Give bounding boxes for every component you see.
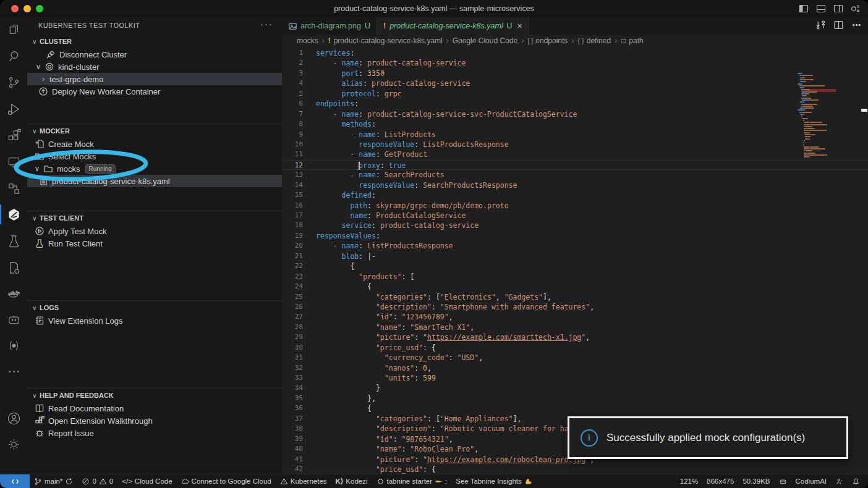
section-header[interactable]: ∨MOCKER — [27, 124, 282, 138]
image-dimensions[interactable]: 866x475 — [702, 474, 738, 488]
code-line[interactable]: 6endpoints: — [282, 99, 868, 109]
sidebar-item-disconnect-cluster[interactable]: Disconnect Cluster — [27, 48, 282, 61]
feedback-status[interactable] — [831, 474, 848, 488]
sidebar-item-report-issue[interactable]: Report Issue — [27, 427, 282, 439]
code-line[interactable]: 16 path: skyramp/grpc-demo/pb/demo.proto — [282, 201, 868, 211]
activity-more-button[interactable] — [0, 359, 27, 384]
line-number[interactable]: 30 — [282, 343, 303, 353]
code-line[interactable]: 22 { — [282, 261, 868, 271]
code-line[interactable]: 1services: — [282, 48, 868, 58]
code-line[interactable]: 21 blob: |- — [282, 251, 868, 261]
code-line[interactable]: 3 port: 3350 — [282, 69, 868, 78]
activity-codium-button[interactable] — [0, 333, 27, 358]
code-line[interactable]: 10 responseValue: ListProductsResponse — [282, 140, 868, 149]
line-number[interactable]: 15 — [282, 190, 303, 200]
line-number[interactable]: 6 — [282, 99, 303, 109]
line-number[interactable]: 18 — [282, 221, 303, 230]
line-number[interactable]: 26 — [282, 302, 303, 312]
code-line[interactable]: 30 "price_usd": { — [282, 343, 868, 353]
section-header[interactable]: ∨LOGS — [27, 301, 282, 314]
line-number[interactable]: 16 — [282, 201, 303, 211]
activity-remote-explorer-button[interactable] — [0, 149, 27, 174]
line-number[interactable]: 33 — [282, 373, 303, 383]
code-line[interactable]: 2 - name: product-catalog-service — [282, 58, 868, 68]
split-editor-icon[interactable] — [833, 20, 844, 30]
minimap[interactable] — [798, 73, 842, 184]
toggle-sidebar-icon[interactable] — [799, 4, 809, 14]
code-line[interactable]: 33 "units": 599 — [282, 373, 868, 383]
line-number[interactable]: 12 — [282, 161, 303, 169]
code-line[interactable]: 31 "currency_code": "USD", — [282, 353, 868, 363]
activity-search-button[interactable] — [0, 43, 27, 68]
sidebar-item-kind-cluster[interactable]: ∨kind-cluster — [27, 61, 282, 73]
activity-debug-button[interactable] — [0, 96, 27, 121]
kubernetes-status[interactable]: Kubernetes — [276, 474, 331, 488]
breadcrumb-product-catalog-service-k8s-yaml[interactable]: !product-catalog-service-k8s.yaml — [328, 36, 443, 45]
line-number[interactable]: 10 — [282, 140, 303, 149]
breadcrumb-google-cloud-code[interactable]: Google Cloud Code — [453, 36, 517, 45]
line-number[interactable]: 40 — [282, 444, 303, 454]
sidebar-item-deploy-new-worker-container[interactable]: Deploy New Worker Container — [27, 85, 282, 98]
close-tab-icon[interactable]: × — [517, 21, 522, 31]
line-number[interactable]: 20 — [282, 241, 303, 251]
codium-status[interactable]: CodiumAI — [791, 474, 832, 488]
open-changes-icon[interactable] — [815, 20, 826, 30]
code-line[interactable]: 32 "nanos": 0, — [282, 363, 868, 373]
line-number[interactable]: 1 — [282, 48, 303, 58]
sidebar-item-select-mocks[interactable]: Select Mocks — [27, 150, 282, 162]
line-number[interactable]: 37 — [282, 414, 303, 424]
code-line[interactable]: 35 }, — [282, 393, 868, 403]
sidebar-item-mocks[interactable]: ∨mocksRunning — [27, 162, 282, 175]
kodezi-status[interactable]: K⟩ Kodezi — [331, 474, 372, 488]
line-number[interactable]: 22 — [282, 261, 303, 271]
line-number[interactable]: 11 — [282, 149, 303, 159]
tab-arch-diagram[interactable]: arch-diagram.png U — [282, 17, 377, 35]
line-number[interactable]: 31 — [282, 353, 303, 363]
line-number[interactable]: 36 — [282, 403, 303, 413]
code-line[interactable]: 19responseValues: — [282, 231, 868, 241]
code-line[interactable]: 29 "picture": "https://example.com/smart… — [282, 332, 868, 342]
line-number[interactable]: 39 — [282, 434, 303, 444]
connect-google-cloud[interactable]: Connect to Google Cloud — [177, 474, 276, 488]
sidebar-item-read-documentation[interactable]: Read Documentation — [27, 402, 282, 414]
tab-product-catalog-yaml[interactable]: ! product-catalog-service-k8s.yaml U × — [377, 17, 529, 35]
line-number[interactable]: 28 — [282, 322, 303, 332]
code-line[interactable]: 15 defined: — [282, 190, 868, 200]
line-number[interactable]: 23 — [282, 272, 303, 282]
sidebar-item-product-catalog-service-k8s-yaml[interactable]: product-catalog-service-k8s.yaml — [27, 175, 282, 187]
problems-status[interactable]: 0 0 — [77, 474, 117, 488]
sidebar-item-view-extension-logs[interactable]: View Extension Logs — [27, 314, 282, 327]
code-line[interactable]: 12 proxy: true — [282, 160, 868, 170]
toggle-secondary-sidebar-icon[interactable] — [833, 4, 843, 14]
line-number[interactable]: 24 — [282, 282, 303, 292]
code-line[interactable]: 25 "categories": ["Electronics", "Gadget… — [282, 292, 868, 302]
code-line[interactable]: 17 name: ProductCatalogService — [282, 211, 868, 221]
line-number[interactable]: 7 — [282, 109, 303, 119]
line-number[interactable]: 34 — [282, 383, 303, 393]
line-number[interactable]: 13 — [282, 170, 303, 180]
more-actions-icon[interactable] — [851, 20, 862, 30]
code-line[interactable]: 8 methods: — [282, 119, 868, 129]
code-line[interactable]: 26 "description": "Smartphone with advan… — [282, 302, 868, 312]
copilot-status[interactable] — [775, 474, 791, 488]
code-line[interactable]: 7 - name: product-catalog-service-svc-Pr… — [282, 109, 868, 119]
code-line[interactable]: 18 service: product-catalog-service — [282, 221, 868, 230]
activity-robot-button[interactable] — [0, 307, 27, 332]
line-number[interactable]: 25 — [282, 292, 303, 302]
code-line[interactable]: 27 "id": "123456789", — [282, 312, 868, 322]
breadcrumb-mocks[interactable]: mocks — [297, 36, 318, 45]
line-number[interactable]: 2 — [282, 58, 303, 68]
breadcrumb-defined[interactable]: { }defined — [577, 36, 611, 45]
code-line[interactable]: 4 alias: product-catalog-service — [282, 78, 868, 88]
breadcrumb-endpoints[interactable]: [ ]endpoints — [527, 36, 568, 45]
activity-source-control-button[interactable] — [0, 70, 27, 95]
activity-explorer-button[interactable] — [0, 17, 27, 41]
sidebar-item-run-test-client[interactable]: Run Test Client — [27, 237, 282, 250]
tabnine-insights[interactable]: See Tabnine Insights — [451, 474, 537, 488]
code-line[interactable]: 42 "price_usd": { — [282, 465, 868, 474]
code-line[interactable]: 11 - name: GetProduct — [282, 149, 868, 159]
sidebar-more-icon[interactable]: ··· — [260, 19, 273, 29]
activity-test-beaker-button[interactable] — [0, 229, 27, 253]
sidebar-item-apply-test-mock[interactable]: Apply Test Mock — [27, 225, 282, 237]
activity-extensions-button[interactable] — [0, 123, 27, 148]
